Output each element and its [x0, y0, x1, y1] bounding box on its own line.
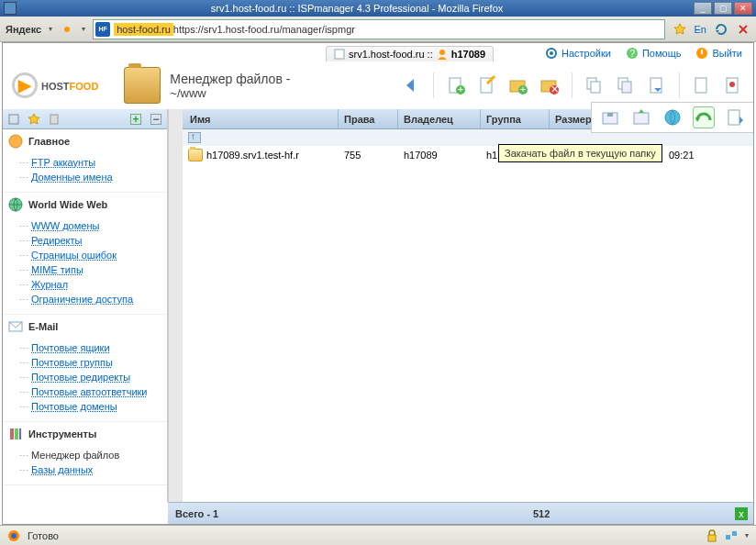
footer-size: 512: [526, 506, 557, 522]
upload-button[interactable]: [693, 106, 715, 128]
footer-excel-icon[interactable]: x: [735, 507, 753, 520]
lang-label[interactable]: En: [695, 24, 706, 35]
new-file-button[interactable]: +: [445, 74, 467, 96]
sidebar-star-icon[interactable]: [27, 112, 41, 127]
col-perm[interactable]: Права: [339, 109, 398, 128]
sidebar-section-head[interactable]: Главное: [3, 129, 167, 153]
collapse-all-button[interactable]: −: [149, 112, 163, 127]
cell-name: h17089.srv1.test-hf.r: [206, 150, 299, 161]
sidebar-item[interactable]: MIME типы: [19, 262, 167, 277]
new-folder-button[interactable]: +: [507, 74, 529, 96]
svg-text:x: x: [739, 508, 744, 519]
settings-link[interactable]: Настройки: [545, 47, 611, 60]
close-button[interactable]: ✕: [734, 2, 752, 15]
delete-button[interactable]: ✕: [539, 74, 561, 96]
sidebar-section-title: E-Mail: [28, 321, 58, 332]
sidebar-body[interactable]: ГлавноеFTP аккаунтыДоменные именаWorld W…: [3, 129, 167, 502]
window-title: srv1.host-food.ru :: ISPmanager 4.3 Prof…: [20, 3, 694, 14]
server-tab[interactable]: srv1.host-food.ru :: h17089: [326, 46, 494, 61]
folder-large-icon: [124, 67, 161, 104]
browser-dropdown-icon[interactable]: ▾: [82, 25, 85, 33]
exit-link[interactable]: Выйти: [695, 47, 742, 60]
download-button[interactable]: [724, 106, 746, 128]
sidebar-clipboard-icon[interactable]: [47, 112, 61, 127]
svg-text:✕: ✕: [550, 83, 559, 95]
table-row[interactable]: h17089.srv1.test-hf.r 755 h17089 h1708 0…: [183, 146, 753, 164]
copy-button[interactable]: [584, 74, 606, 96]
browser-wand-icon[interactable]: [60, 22, 74, 37]
minimize-button[interactable]: _: [694, 2, 712, 15]
sidebar-list-icon[interactable]: [6, 112, 21, 127]
sidebar: + − ГлавноеFTP аккаунтыДоменные именаWor…: [3, 109, 168, 502]
back-button[interactable]: [400, 74, 422, 96]
sidebar-item[interactable]: Почтовые редиректы: [19, 370, 167, 384]
tooltip: Закачать файл в текущую папку: [498, 144, 662, 162]
browser-toolbar: Яндекс ▾ ▾ HF host-food.ru https://srv1.…: [0, 17, 756, 42]
user-label: h17089: [451, 49, 485, 60]
sidebar-item[interactable]: Ограничение доступа: [19, 292, 167, 306]
help-link[interactable]: ? Помощь: [626, 47, 682, 60]
sidebar-section-head[interactable]: Инструменты: [3, 422, 167, 446]
edit-button[interactable]: [476, 74, 498, 96]
extract-button[interactable]: [630, 106, 652, 128]
svg-rect-50: [19, 428, 21, 439]
sidebar-item[interactable]: Почтовые группы: [19, 355, 167, 370]
col-owner[interactable]: Владелец: [398, 109, 481, 128]
sidebar-item[interactable]: Почтовые автоответчики: [19, 384, 167, 399]
col-name[interactable]: Имя: [183, 109, 339, 128]
upload-url-button[interactable]: [662, 106, 684, 128]
svg-rect-35: [607, 113, 613, 117]
sidebar-item[interactable]: WWW домены: [19, 218, 167, 233]
main-toolbar: + + ✕: [400, 72, 744, 98]
header-row: ▶ HOSTFOOD Менеджер файлов - ~/www + + ✕: [3, 63, 753, 107]
star-icon[interactable]: [673, 22, 687, 37]
sidebar-item[interactable]: Почтовые ящики: [19, 340, 167, 355]
up-folder-button[interactable]: [188, 132, 201, 143]
col-group[interactable]: Группа: [481, 109, 550, 128]
permissions-button[interactable]: [722, 74, 744, 96]
sidebar-toolbar: + −: [3, 109, 167, 129]
help-icon: ?: [626, 47, 639, 60]
sidebar-section-head[interactable]: E-Mail: [3, 315, 167, 339]
expand-all-button[interactable]: +: [128, 112, 143, 127]
svg-rect-49: [15, 428, 18, 439]
svg-rect-40: [728, 110, 739, 125]
lock-icon: [706, 529, 717, 542]
page-icon: [334, 49, 345, 60]
cut-button[interactable]: [615, 74, 637, 96]
sidebar-section-head[interactable]: World Wide Web: [3, 193, 167, 217]
maximize-button[interactable]: ▢: [714, 2, 732, 15]
grid-footer: Всего - 1 512 x: [168, 502, 753, 524]
sidebar-item[interactable]: FTP аккаунты: [19, 155, 167, 170]
refresh-icon[interactable]: [714, 22, 728, 37]
sidebar-item[interactable]: Почтовые домены: [19, 399, 167, 414]
sidebar-item[interactable]: Доменные имена: [19, 170, 167, 184]
svg-rect-12: [701, 50, 703, 54]
sidebar-section: ГлавноеFTP аккаунтыДоменные имена: [3, 129, 167, 193]
sidebar-item[interactable]: Страницы ошибок: [19, 248, 167, 262]
svg-point-54: [11, 533, 17, 539]
status-dropdown-icon[interactable]: ▾: [745, 531, 749, 539]
sidebar-item[interactable]: Менеджер файлов: [19, 448, 167, 462]
yandex-dropdown-icon[interactable]: ▾: [49, 25, 52, 33]
url-host: host-food.ru: [114, 23, 173, 36]
svg-text:?: ?: [629, 48, 635, 59]
properties-button[interactable]: [691, 74, 713, 96]
network-icon[interactable]: [725, 529, 738, 542]
svg-rect-57: [732, 531, 737, 536]
svg-rect-31: [695, 78, 706, 93]
address-bar[interactable]: HF host-food.ru https://srv1.host-food.r…: [93, 19, 664, 39]
stop-icon[interactable]: [736, 22, 750, 37]
url-path: https://srv1.host-food.ru/manager/ispmgr: [173, 24, 355, 35]
sidebar-item[interactable]: Базы данных: [19, 462, 167, 477]
svg-rect-48: [10, 428, 14, 439]
svg-rect-26: [591, 82, 600, 93]
grid-body[interactable]: h17089.srv1.test-hf.r 755 h17089 h1708 0…: [183, 146, 753, 502]
archive-button[interactable]: [599, 106, 621, 128]
sidebar-scrollbar[interactable]: [168, 109, 183, 502]
paste-button[interactable]: [646, 74, 668, 96]
sidebar-item[interactable]: Редиректы: [19, 233, 167, 248]
gear-icon: [545, 47, 558, 60]
sidebar-item[interactable]: Журнал: [19, 277, 167, 292]
svg-point-45: [9, 135, 22, 148]
